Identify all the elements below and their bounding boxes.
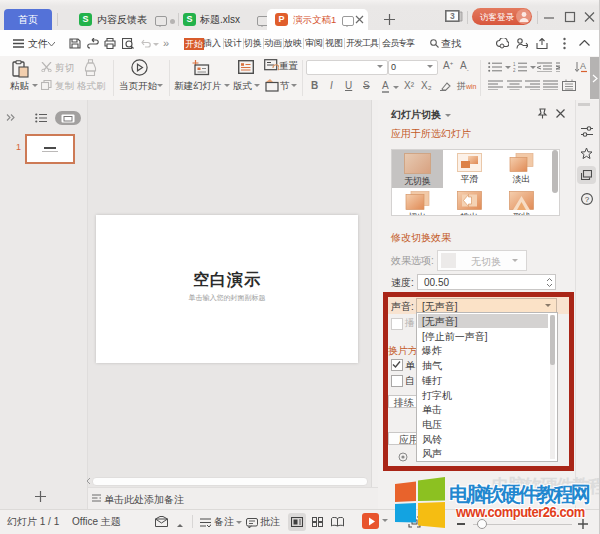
svg-text:A: A bbox=[580, 61, 586, 71]
svg-text:3: 3 bbox=[450, 11, 455, 21]
svg-text:2: 2 bbox=[513, 68, 516, 72]
svg-text:1: 1 bbox=[513, 62, 516, 67]
svg-text:?: ? bbox=[585, 195, 590, 204]
